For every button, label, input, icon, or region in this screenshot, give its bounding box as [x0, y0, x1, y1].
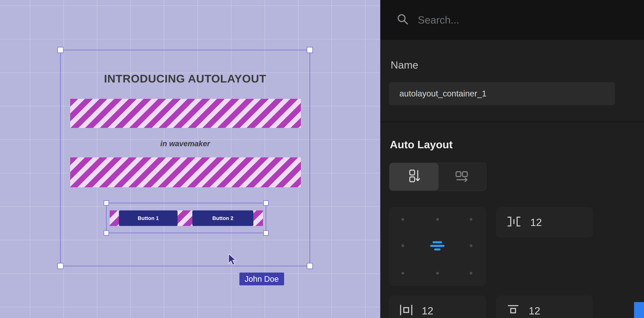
vertical-padding-value: 12 [529, 305, 540, 317]
spacing-between-icon [506, 214, 522, 230]
align-dot-top-center[interactable] [436, 218, 439, 221]
inner-selection-handle-top-right[interactable] [263, 200, 268, 206]
selection-handle-bottom-left[interactable] [58, 263, 64, 269]
section-divider [380, 122, 644, 122]
button-row-container[interactable]: Button 1 Button 2 [110, 210, 263, 226]
collaborator-name-label: John Doe [240, 273, 284, 285]
search-icon [396, 13, 409, 27]
name-input[interactable] [389, 82, 615, 105]
selected-button-row[interactable]: Button 1 Button 2 [106, 203, 266, 233]
selection-handle-top-left[interactable] [58, 47, 64, 53]
item-spacing-control[interactable]: 12 [496, 207, 593, 238]
align-dot-bottom-left[interactable] [402, 272, 404, 275]
padding-horizontal-icon [398, 303, 414, 318]
button-1[interactable]: Button 1 [119, 210, 178, 226]
align-dot-top-right[interactable] [470, 218, 472, 221]
align-dot-bottom-right[interactable] [470, 272, 472, 275]
search-input[interactable] [417, 13, 590, 26]
align-dot-top-left[interactable] [402, 218, 404, 221]
frame-title-text[interactable]: INTRODUCING AUTOLAYOUT [61, 73, 310, 85]
selection-handle-top-right[interactable] [307, 47, 313, 53]
horizontal-autolayout-icon [454, 168, 470, 185]
horizontal-padding-control[interactable]: 12 [389, 296, 486, 318]
vertical-padding-control[interactable]: 12 [496, 296, 593, 318]
search-bar[interactable] [380, 0, 644, 40]
alignment-pad[interactable] [389, 207, 486, 286]
alignment-center-icon [430, 241, 444, 250]
align-dot-bottom-center[interactable] [436, 272, 439, 275]
inner-selection-handle-bottom-left[interactable] [104, 230, 109, 236]
collaborator-cursor-icon [228, 253, 240, 268]
frame-subtitle-text[interactable]: in wavemaker [61, 140, 310, 148]
placeholder-stripe-block-2[interactable] [70, 158, 301, 187]
align-dot-middle-right[interactable] [470, 244, 472, 247]
vertical-layout-button[interactable] [390, 163, 438, 190]
scrollbar-thumb[interactable] [634, 302, 644, 318]
item-spacing-value: 12 [530, 216, 542, 229]
properties-panel: Name Auto Layout [380, 0, 644, 318]
layout-direction-segmented-control [389, 162, 486, 191]
app-window: INTRODUCING AUTOLAYOUT in wavemaker Butt… [0, 0, 644, 318]
inner-selection-handle-bottom-right[interactable] [263, 230, 268, 236]
name-field-label: Name [391, 59, 418, 71]
align-dot-middle-left[interactable] [402, 244, 404, 247]
horizontal-padding-value: 12 [422, 305, 433, 317]
selection-handle-bottom-right[interactable] [307, 263, 313, 269]
horizontal-layout-button[interactable] [438, 163, 486, 190]
inner-selection-handle-top-left[interactable] [104, 200, 109, 206]
button-2[interactable]: Button 2 [192, 210, 253, 226]
design-canvas[interactable]: INTRODUCING AUTOLAYOUT in wavemaker Butt… [0, 0, 380, 318]
vertical-autolayout-icon [406, 168, 422, 185]
auto-layout-section-title: Auto Layout [390, 139, 453, 151]
placeholder-stripe-block-1[interactable] [70, 99, 301, 128]
selected-frame[interactable]: INTRODUCING AUTOLAYOUT in wavemaker Butt… [60, 50, 310, 266]
padding-vertical-icon [506, 303, 521, 318]
